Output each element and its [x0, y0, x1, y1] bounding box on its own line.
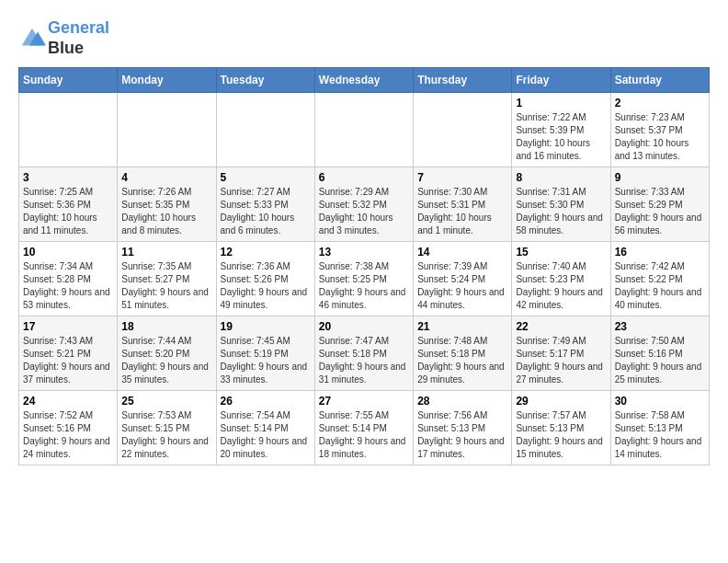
day-info: Sunrise: 7:56 AM Sunset: 5:13 PM Dayligh… — [417, 409, 507, 461]
day-info: Sunrise: 7:36 AM Sunset: 5:26 PM Dayligh… — [221, 260, 311, 312]
day-cell: 14Sunrise: 7:39 AM Sunset: 5:24 PM Dayli… — [414, 242, 512, 316]
day-info: Sunrise: 7:26 AM Sunset: 5:35 PM Dayligh… — [121, 186, 211, 237]
day-number: 25 — [121, 395, 211, 408]
day-info: Sunrise: 7:58 AM Sunset: 5:13 PM Dayligh… — [615, 409, 705, 461]
day-cell: 9Sunrise: 7:33 AM Sunset: 5:29 PM Daylig… — [610, 167, 709, 242]
day-cell: 11Sunrise: 7:35 AM Sunset: 5:27 PM Dayli… — [118, 242, 216, 316]
day-cell: 28Sunrise: 7:56 AM Sunset: 5:13 PM Dayli… — [414, 391, 512, 465]
day-cell: 19Sunrise: 7:45 AM Sunset: 5:19 PM Dayli… — [216, 316, 314, 391]
day-number: 29 — [516, 395, 606, 408]
page-header: General Blue — [18, 18, 710, 58]
day-number: 17 — [23, 320, 113, 333]
weekday-header-friday: Friday — [512, 68, 610, 93]
day-number: 15 — [516, 246, 606, 259]
day-number: 7 — [417, 171, 507, 184]
day-cell: 29Sunrise: 7:57 AM Sunset: 5:13 PM Dayli… — [512, 391, 610, 465]
day-number: 2 — [615, 97, 705, 109]
day-info: Sunrise: 7:30 AM Sunset: 5:31 PM Dayligh… — [417, 186, 507, 237]
day-info: Sunrise: 7:34 AM Sunset: 5:28 PM Dayligh… — [23, 260, 113, 312]
day-cell: 25Sunrise: 7:53 AM Sunset: 5:15 PM Dayli… — [118, 391, 216, 465]
day-number: 27 — [319, 395, 409, 408]
day-cell: 2Sunrise: 7:23 AM Sunset: 5:37 PM Daylig… — [610, 93, 709, 167]
day-cell: 20Sunrise: 7:47 AM Sunset: 5:18 PM Dayli… — [314, 316, 413, 391]
day-info: Sunrise: 7:57 AM Sunset: 5:13 PM Dayligh… — [516, 409, 606, 461]
day-cell: 16Sunrise: 7:42 AM Sunset: 5:22 PM Dayli… — [610, 242, 709, 316]
day-cell: 27Sunrise: 7:55 AM Sunset: 5:14 PM Dayli… — [314, 391, 413, 465]
day-cell: 10Sunrise: 7:34 AM Sunset: 5:28 PM Dayli… — [19, 242, 118, 316]
day-cell — [216, 93, 314, 167]
weekday-header-sunday: Sunday — [19, 68, 118, 93]
day-cell: 1Sunrise: 7:22 AM Sunset: 5:39 PM Daylig… — [512, 93, 610, 167]
day-info: Sunrise: 7:47 AM Sunset: 5:18 PM Dayligh… — [319, 335, 409, 386]
day-number: 3 — [23, 171, 113, 184]
day-number: 28 — [417, 395, 507, 408]
day-info: Sunrise: 7:55 AM Sunset: 5:14 PM Dayligh… — [319, 409, 409, 461]
day-info: Sunrise: 7:50 AM Sunset: 5:16 PM Dayligh… — [615, 335, 705, 386]
weekday-header-tuesday: Tuesday — [216, 68, 314, 93]
day-number: 24 — [23, 395, 113, 408]
day-cell: 7Sunrise: 7:30 AM Sunset: 5:31 PM Daylig… — [414, 167, 512, 242]
day-info: Sunrise: 7:27 AM Sunset: 5:33 PM Dayligh… — [221, 186, 311, 237]
weekday-header-row: SundayMondayTuesdayWednesdayThursdayFrid… — [19, 68, 710, 93]
week-row-3: 17Sunrise: 7:43 AM Sunset: 5:21 PM Dayli… — [19, 316, 710, 391]
day-cell: 26Sunrise: 7:54 AM Sunset: 5:14 PM Dayli… — [216, 391, 314, 465]
day-info: Sunrise: 7:22 AM Sunset: 5:39 PM Dayligh… — [516, 111, 606, 163]
weekday-header-thursday: Thursday — [414, 68, 512, 93]
day-cell: 18Sunrise: 7:44 AM Sunset: 5:20 PM Dayli… — [118, 316, 216, 391]
day-cell: 13Sunrise: 7:38 AM Sunset: 5:25 PM Dayli… — [314, 242, 413, 316]
day-info: Sunrise: 7:43 AM Sunset: 5:21 PM Dayligh… — [23, 335, 113, 386]
day-number: 23 — [615, 320, 705, 333]
day-number: 14 — [417, 246, 507, 259]
day-cell — [118, 93, 216, 167]
day-number: 9 — [615, 171, 705, 184]
day-cell: 6Sunrise: 7:29 AM Sunset: 5:32 PM Daylig… — [314, 167, 413, 242]
weekday-header-saturday: Saturday — [610, 68, 709, 93]
logo: General Blue — [18, 18, 109, 58]
day-cell — [19, 93, 118, 167]
day-number: 6 — [319, 171, 409, 184]
day-number: 11 — [121, 246, 211, 259]
day-cell: 24Sunrise: 7:52 AM Sunset: 5:16 PM Dayli… — [19, 391, 118, 465]
day-info: Sunrise: 7:25 AM Sunset: 5:36 PM Dayligh… — [23, 186, 113, 237]
day-number: 19 — [221, 320, 311, 333]
logo-icon — [18, 25, 46, 52]
week-row-2: 10Sunrise: 7:34 AM Sunset: 5:28 PM Dayli… — [19, 242, 710, 316]
day-info: Sunrise: 7:23 AM Sunset: 5:37 PM Dayligh… — [615, 111, 705, 163]
day-info: Sunrise: 7:42 AM Sunset: 5:22 PM Dayligh… — [615, 260, 705, 312]
logo-text: General Blue — [48, 18, 109, 58]
day-info: Sunrise: 7:45 AM Sunset: 5:19 PM Dayligh… — [221, 335, 311, 386]
day-info: Sunrise: 7:49 AM Sunset: 5:17 PM Dayligh… — [516, 335, 606, 386]
day-number: 22 — [516, 320, 606, 333]
day-number: 13 — [319, 246, 409, 259]
weekday-header-monday: Monday — [118, 68, 216, 93]
day-cell: 21Sunrise: 7:48 AM Sunset: 5:18 PM Dayli… — [414, 316, 512, 391]
day-info: Sunrise: 7:31 AM Sunset: 5:30 PM Dayligh… — [516, 186, 606, 237]
week-row-0: 1Sunrise: 7:22 AM Sunset: 5:39 PM Daylig… — [19, 93, 710, 167]
calendar: SundayMondayTuesdayWednesdayThursdayFrid… — [18, 67, 710, 465]
day-info: Sunrise: 7:35 AM Sunset: 5:27 PM Dayligh… — [121, 260, 211, 312]
day-cell — [314, 93, 413, 167]
day-number: 1 — [516, 97, 606, 109]
day-number: 4 — [121, 171, 211, 184]
calendar-body: 1Sunrise: 7:22 AM Sunset: 5:39 PM Daylig… — [19, 93, 710, 465]
day-number: 20 — [319, 320, 409, 333]
day-cell: 17Sunrise: 7:43 AM Sunset: 5:21 PM Dayli… — [19, 316, 118, 391]
day-number: 30 — [615, 395, 705, 408]
day-cell: 15Sunrise: 7:40 AM Sunset: 5:23 PM Dayli… — [512, 242, 610, 316]
day-cell: 22Sunrise: 7:49 AM Sunset: 5:17 PM Dayli… — [512, 316, 610, 391]
day-number: 21 — [417, 320, 507, 333]
day-info: Sunrise: 7:33 AM Sunset: 5:29 PM Dayligh… — [615, 186, 705, 237]
day-cell: 8Sunrise: 7:31 AM Sunset: 5:30 PM Daylig… — [512, 167, 610, 242]
day-number: 12 — [221, 246, 311, 259]
day-info: Sunrise: 7:29 AM Sunset: 5:32 PM Dayligh… — [319, 186, 409, 237]
day-number: 18 — [121, 320, 211, 333]
day-cell: 30Sunrise: 7:58 AM Sunset: 5:13 PM Dayli… — [610, 391, 709, 465]
weekday-header-wednesday: Wednesday — [314, 68, 413, 93]
day-number: 16 — [615, 246, 705, 259]
day-number: 8 — [516, 171, 606, 184]
week-row-4: 24Sunrise: 7:52 AM Sunset: 5:16 PM Dayli… — [19, 391, 710, 465]
day-info: Sunrise: 7:44 AM Sunset: 5:20 PM Dayligh… — [121, 335, 211, 386]
day-cell: 3Sunrise: 7:25 AM Sunset: 5:36 PM Daylig… — [19, 167, 118, 242]
day-info: Sunrise: 7:53 AM Sunset: 5:15 PM Dayligh… — [121, 409, 211, 461]
day-info: Sunrise: 7:52 AM Sunset: 5:16 PM Dayligh… — [23, 409, 113, 461]
